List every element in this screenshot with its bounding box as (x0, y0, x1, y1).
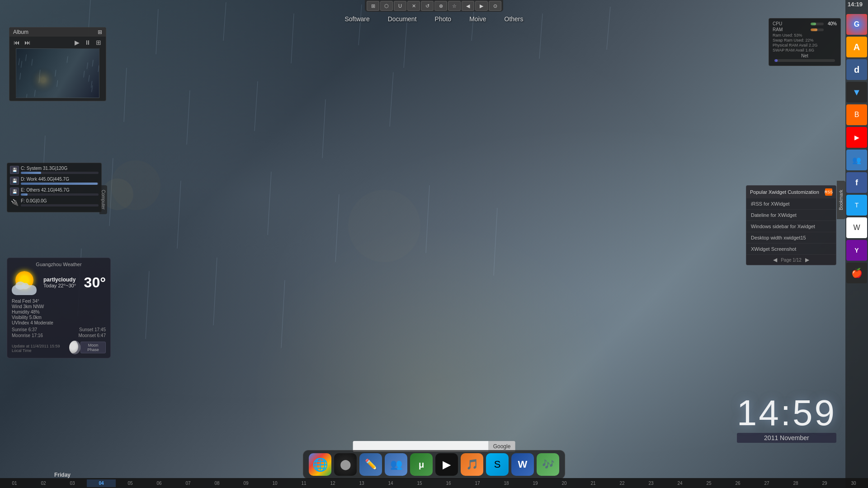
calendar-day-06[interactable]: 06 (145, 479, 174, 487)
dock-quicktime[interactable]: ⬤ (334, 453, 357, 476)
calendar-day-28[interactable]: 28 (781, 479, 810, 487)
sun-moon-row: Sunrise 6:37 Sunset 17:45 (12, 327, 106, 332)
calendar-day-20[interactable]: 20 (550, 479, 579, 487)
sidebar-facebook-icon[interactable]: f (846, 172, 867, 193)
calendar-day-29[interactable]: 29 (810, 479, 839, 487)
calendar-day-03[interactable]: 03 (58, 479, 87, 487)
sidebar-google-icon[interactable]: G (846, 14, 867, 35)
swap-ram-label: SWAP RAM Avail 1.6G (773, 48, 837, 52)
sidebar-yahoo-icon[interactable]: Y (846, 240, 867, 261)
toolbar-btn-6[interactable]: ⊕ (434, 1, 447, 11)
calendar-bar: 0102030405060708091011121314151617181920… (0, 478, 868, 488)
nav-tab-others[interactable]: Others (500, 14, 528, 24)
calendar-day-16[interactable]: 16 (434, 479, 463, 487)
album-next-btn[interactable]: ⏭ (23, 38, 32, 47)
dock-skype[interactable]: S (486, 453, 509, 476)
calendar-day-22[interactable]: 22 (608, 479, 637, 487)
svg-line-22 (146, 271, 149, 339)
calendar-day-19[interactable]: 19 (521, 479, 550, 487)
ram-bar-fill (811, 28, 817, 31)
svg-line-16 (177, 181, 181, 249)
sidebar-twitter-icon[interactable]: T (846, 195, 867, 216)
dock-music[interactable]: 🎵 (461, 453, 483, 476)
dock-utorrent[interactable]: μ (410, 453, 433, 476)
calendar-day-30[interactable]: 30 (839, 479, 868, 487)
xwidget-item-3[interactable]: Desktop width xwidget15 (746, 232, 836, 244)
rss-icon[interactable]: RSS (825, 188, 832, 196)
dock-chrome[interactable]: 🌐 (309, 453, 331, 476)
xwidget-item-0[interactable]: iRSS for XWidget (746, 198, 836, 210)
calendar-day-21[interactable]: 21 (579, 479, 608, 487)
nav-tab-software[interactable]: Software (340, 14, 374, 24)
humidity: Humidity 48% (12, 310, 106, 314)
ram-used-label: Ram Used: 53% (773, 33, 837, 38)
svg-line-4 (359, 5, 362, 45)
right-sidebar: G A d ▼ B ▶ 👥 f T W Y 🍎 (845, 0, 868, 488)
calendar-day-13[interactable]: 13 (347, 479, 376, 487)
dock-users[interactable]: 👥 (385, 453, 407, 476)
toolbar-btn-9[interactable]: ▶ (475, 1, 488, 11)
album-expand-icon[interactable]: ⊞ (98, 29, 102, 35)
nav-tab-document[interactable]: Document (383, 14, 421, 24)
toolbar-btn-1[interactable]: ⊞ (367, 1, 379, 11)
calendar-day-01[interactable]: 01 (0, 479, 29, 487)
toolbar-btn-7[interactable]: ☆ (448, 1, 461, 11)
svg-line-20 (494, 208, 497, 276)
calendar-day-25[interactable]: 25 (694, 479, 723, 487)
sidebar-youtube-icon[interactable]: ▶ (846, 127, 867, 148)
net-bar (774, 59, 835, 62)
big-clock: 14:59 2011 November (737, 395, 836, 443)
calendar-day-27[interactable]: 27 (752, 479, 781, 487)
toolbar-btn-3[interactable]: U (394, 1, 406, 11)
sidebar-d-icon[interactable]: d (846, 59, 867, 80)
dock-pencil[interactable]: ✏️ (359, 453, 382, 476)
calendar-day-24[interactable]: 24 (665, 479, 694, 487)
calendar-day-08[interactable]: 08 (203, 479, 231, 487)
xwidget-item-1[interactable]: Dateline for XWidget (746, 210, 836, 221)
calendar-day-15[interactable]: 15 (405, 479, 434, 487)
calendar-day-14[interactable]: 14 (376, 479, 405, 487)
calendar-day-10[interactable]: 10 (260, 479, 289, 487)
sidebar-apple-icon[interactable]: 🍎 (846, 263, 867, 283)
sidebar-v-icon[interactable]: ▼ (846, 82, 867, 103)
toolbar-btn-10[interactable]: ⊙ (489, 1, 501, 11)
xwidget-prev-btn[interactable]: ◀ (773, 257, 777, 263)
album-play-btn[interactable]: ▶ (72, 38, 81, 47)
sidebar-users-icon[interactable]: 👥 (846, 150, 867, 170)
moon-icon (69, 341, 80, 354)
nav-tab-photo[interactable]: Photo (430, 14, 456, 24)
nav-tab-moive[interactable]: Moive (465, 14, 491, 24)
bookmark-tab[interactable]: Bookmark (837, 181, 845, 219)
xwidget-item-2[interactable]: Windows sidebar for Xwidget (746, 221, 836, 232)
sidebar-wikipedia-icon[interactable]: W (846, 217, 867, 238)
calendar-day-23[interactable]: 23 (637, 479, 665, 487)
dock-note[interactable]: 🎶 (537, 453, 559, 476)
toolbar-btn-8[interactable]: ◀ (462, 1, 474, 11)
album-prev-btn[interactable]: ⏮ (12, 38, 21, 47)
dock-video-player[interactable]: ▶ (435, 453, 458, 476)
calendar-day-18[interactable]: 18 (492, 479, 521, 487)
toolbar-btn-2[interactable]: ⬡ (380, 1, 393, 11)
calendar-day-04[interactable]: 04 (87, 479, 116, 487)
calendar-day-09[interactable]: 09 (231, 479, 260, 487)
sidebar-blog-icon[interactable]: B (846, 104, 867, 125)
album-fullscreen-btn[interactable]: ⊞ (94, 38, 103, 47)
calendar-day-02[interactable]: 02 (29, 479, 58, 487)
calendar-day-26[interactable]: 26 (723, 479, 752, 487)
drive-e-row: 💾 E: Others 42.1G|445.7G (10, 188, 99, 196)
calendar-day-07[interactable]: 07 (174, 479, 203, 487)
album-pause-btn[interactable]: ⏸ (83, 38, 92, 47)
xwidget-next-btn[interactable]: ▶ (805, 257, 809, 263)
toolbar-btn-5[interactable]: ↺ (421, 1, 434, 11)
sidebar-amazon-icon[interactable]: A (846, 37, 867, 57)
calendar-day-12[interactable]: 12 (318, 479, 347, 487)
xwidget-item-4[interactable]: XWidget Screenshot (746, 244, 836, 255)
svg-line-10 (187, 90, 190, 145)
dock-word[interactable]: W (511, 453, 534, 476)
swap-used-label: Swap Ram Used: 22% (773, 38, 837, 42)
calendar-day-05[interactable]: 05 (116, 479, 145, 487)
moon-phase-button[interactable]: Moon Phase (80, 342, 106, 353)
toolbar-btn-4[interactable]: ✕ (407, 1, 420, 11)
calendar-day-17[interactable]: 17 (463, 479, 492, 487)
calendar-day-11[interactable]: 11 (289, 479, 318, 487)
